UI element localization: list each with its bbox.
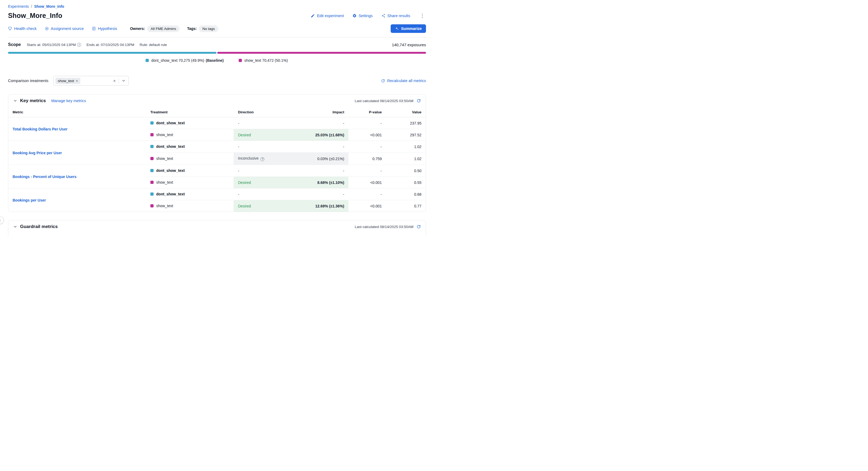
col-value: Value xyxy=(386,233,426,236)
treatment-color-swatch xyxy=(150,169,154,172)
toolbar: Health check Assignment source Hypothesi… xyxy=(8,24,426,33)
treatment-color-swatch xyxy=(150,204,154,207)
scope-section: Scope Starts at: 05/01/2025 04:13PM i En… xyxy=(8,37,426,63)
metric-link[interactable]: Bookings - Percent of Unique Users xyxy=(12,174,76,179)
manage-key-metrics-link[interactable]: Manage key metrics xyxy=(51,99,86,103)
hypothesis-link[interactable]: Hypothesis xyxy=(92,27,117,31)
impact-cell: - xyxy=(301,141,348,153)
direction-cell: Desired xyxy=(234,177,301,189)
info-icon[interactable]: i xyxy=(77,43,81,47)
refresh-icon[interactable] xyxy=(416,225,421,229)
treatment-name: dont_show_text xyxy=(156,168,185,173)
owners-group: Owners: All FME Admins xyxy=(130,25,180,32)
impact-cell: 12.69% (±1.36%) xyxy=(301,200,348,212)
tags-label: Tags: xyxy=(187,27,197,31)
guardrail-metrics-header: Guardrail metrics Last calculated 08/14/… xyxy=(8,220,426,233)
metric-link[interactable]: Booking Avg Price per User xyxy=(12,151,62,155)
guardrail-metrics-title: Guardrail metrics xyxy=(20,224,58,229)
col-direction: Direction xyxy=(234,107,301,117)
treatment-color-swatch xyxy=(150,133,154,136)
direction-cell: - xyxy=(234,189,301,200)
key-metrics-card: Key metrics Manage key metrics Last calc… xyxy=(8,94,426,212)
help-icon[interactable]: ? xyxy=(260,157,265,161)
breadcrumb: Experiments / Show_More_Info xyxy=(8,0,426,8)
value-cell: 297.52 xyxy=(386,129,426,141)
refresh-icon[interactable] xyxy=(416,99,421,103)
breadcrumb-experiments[interactable]: Experiments xyxy=(8,4,29,8)
target-icon xyxy=(45,27,49,31)
assignment-source-link[interactable]: Assignment source xyxy=(45,27,84,31)
comparison-treatments-select[interactable]: show_text × × xyxy=(53,76,129,86)
value-cell: 0.77 xyxy=(386,200,426,212)
treatment-color-swatch xyxy=(150,193,154,196)
share-results-button[interactable]: Share results xyxy=(381,13,410,18)
col-impact: Impact xyxy=(301,107,348,117)
col-impact: Impact xyxy=(301,233,348,236)
col-direction: Direction xyxy=(234,233,301,236)
chip-remove-icon[interactable]: × xyxy=(76,79,78,82)
direction-cell: Desired xyxy=(234,129,301,141)
settings-button[interactable]: Settings xyxy=(352,13,372,18)
breadcrumb-current[interactable]: Show_More_Info xyxy=(34,4,64,8)
collapse-chevron-icon[interactable] xyxy=(13,225,18,229)
col-value: Value xyxy=(386,107,426,117)
pvalue-cell: - xyxy=(348,117,386,129)
treatment-color-swatch xyxy=(150,121,154,125)
comparison-label: Comparison treatments xyxy=(8,78,49,83)
pencil-icon xyxy=(311,13,315,18)
edit-experiment-button[interactable]: Edit experiment xyxy=(311,13,344,18)
treatment-color-swatch xyxy=(150,145,154,148)
scope-starts: Starts at: 05/01/2025 04:13PM xyxy=(27,43,76,47)
last-calculated-text: Last calculated 08/14/2025 03:50AM xyxy=(355,99,413,103)
table-header-row: Metric Treatment Direction Impact P-valu… xyxy=(8,107,426,117)
title-row: Show_More_Info Edit experiment Settings … xyxy=(8,12,426,20)
treatment-color-swatch xyxy=(150,181,154,184)
col-metric: Metric xyxy=(8,107,146,117)
pvalue-cell: <0.001 xyxy=(348,177,386,189)
collapse-chevron-icon[interactable] xyxy=(13,99,18,103)
baseline-bar-segment xyxy=(8,52,216,54)
more-options-button[interactable]: ⋮ xyxy=(419,13,426,18)
metric-link[interactable]: Bookings per User xyxy=(12,198,46,202)
table-row: Bookings - Percent of Unique Users dont_… xyxy=(8,165,426,177)
treatment-name: show_text xyxy=(156,204,173,208)
last-calculated-text: Last calculated 08/14/2025 03:50AM xyxy=(355,225,413,229)
metric-link[interactable]: Total Booking Dollars Per User xyxy=(12,127,67,131)
col-treatment: Treatment xyxy=(146,107,234,117)
owners-chip[interactable]: All FME Admins xyxy=(147,25,180,32)
key-metrics-header: Key metrics Manage key metrics Last calc… xyxy=(8,94,426,107)
table-row: Booking Avg Price per User dont_show_tex… xyxy=(8,141,426,153)
share-icon xyxy=(381,13,385,18)
treatment-name: show_text xyxy=(156,180,173,184)
table-row: Total Booking Dollars Per User dont_show… xyxy=(8,117,426,129)
pvalue-cell: <0.001 xyxy=(348,129,386,141)
refresh-icon xyxy=(381,79,385,83)
col-pvalue: P-value xyxy=(348,107,386,117)
pvalue-cell: - xyxy=(348,189,386,200)
impact-cell: 0.03% (±0.21%) xyxy=(301,153,348,165)
exposures-count: 140,747 exposures xyxy=(392,42,426,47)
col-treatment: Treatment xyxy=(146,233,234,236)
direction-cell: - xyxy=(234,165,301,177)
experiment-page: Experiments / Show_More_Info Show_More_I… xyxy=(0,0,434,236)
value-cell: 0.68 xyxy=(386,189,426,200)
health-check-link[interactable]: Health check xyxy=(8,27,37,31)
tags-chip[interactable]: No tags xyxy=(199,25,218,32)
summarize-button[interactable]: Summarize xyxy=(391,24,426,33)
select-clear-icon[interactable]: × xyxy=(111,78,119,83)
treatment-name: dont_show_text xyxy=(156,192,185,196)
treatment-name: dont_show_text xyxy=(156,121,185,125)
value-cell: 237.95 xyxy=(386,117,426,129)
legend-item-treatment: show_text 70,472 (50.1%) xyxy=(239,58,288,63)
breadcrumb-separator: / xyxy=(31,4,32,8)
treatment-color-swatch xyxy=(150,157,154,160)
impact-cell: 25.03% (±1.68%) xyxy=(301,129,348,141)
direction-cell: Inconclusive? xyxy=(234,153,301,165)
value-cell: 0.50 xyxy=(386,165,426,177)
treatment-name: show_text xyxy=(156,133,173,137)
selected-treatment-chip[interactable]: show_text × xyxy=(55,78,80,84)
chevron-down-icon[interactable] xyxy=(119,78,128,83)
recalculate-all-metrics-button[interactable]: Recalculate all metrics xyxy=(381,78,426,83)
exposure-split-bar xyxy=(8,52,426,54)
table-header-row: Metric Treatment Direction Impact P-valu… xyxy=(8,233,426,236)
